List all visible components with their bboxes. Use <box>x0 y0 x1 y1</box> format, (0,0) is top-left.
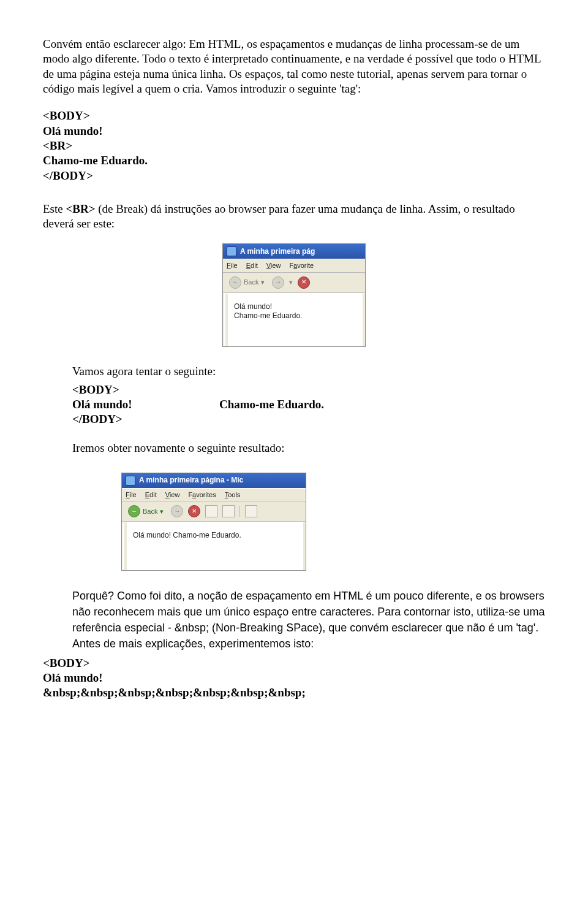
code-line: &nbsp;&nbsp;&nbsp;&nbsp;&nbsp;&nbsp;&nbs… <box>43 685 545 700</box>
code-block-1: <BODY> Olá mundo! <BR> Chamo-me Eduardo.… <box>43 109 545 183</box>
indented-block: Vamos agora tentar o seguinte: <BODY> Ol… <box>72 364 545 652</box>
titlebar: A minha primeira pág <box>223 244 365 259</box>
dropdown-icon: ▾ <box>289 278 293 286</box>
menu-tools[interactable]: Tools <box>225 490 241 499</box>
back-label: Back <box>143 507 157 516</box>
menu-file[interactable]: File <box>227 261 238 270</box>
code-line: </BODY> <box>72 412 545 427</box>
text-span: Este <box>43 202 66 215</box>
menu-view[interactable]: View <box>165 490 180 499</box>
paragraph-why: Porquê? Como foi dito, a noção de espaça… <box>72 588 545 652</box>
paragraph-try-next: Vamos agora tentar o seguinte: <box>72 364 545 379</box>
bold-br: <BR> <box>66 202 95 215</box>
browser-icon <box>126 476 135 486</box>
browser-screenshot-2: A minha primeira página - Mic File Edit … <box>121 473 306 571</box>
code-text: Chamo-me Eduardo. <box>219 397 324 412</box>
refresh-icon[interactable] <box>205 505 217 517</box>
menu-favorites[interactable]: Favorites <box>188 490 216 499</box>
menu-edit[interactable]: Edit <box>145 490 157 499</box>
menubar: File Edit View Favorite <box>223 259 365 272</box>
window-title: A minha primeira página - Mic <box>139 476 243 485</box>
separator <box>239 506 240 517</box>
paragraph-result-again: Iremos obter novamente o seguinte result… <box>72 441 545 455</box>
toolbar: ← Back ▾ → ▾ ✕ <box>223 273 365 293</box>
code-text: Olá mundo! <box>72 397 219 412</box>
back-label: Back <box>244 278 258 286</box>
paragraph-intro: Convém então esclarecer algo: Em HTML, o… <box>43 37 545 96</box>
code-line: <BR> <box>43 139 545 153</box>
code-line: <BODY> <box>43 109 545 123</box>
forward-arrow-icon[interactable]: → <box>171 505 183 517</box>
code-block-2: <BODY> Olá mundo! Chamo-me Eduardo. </BO… <box>72 383 545 427</box>
content-line: Chamo-me Eduardo. <box>234 311 359 321</box>
window-title: A minha primeira pág <box>240 247 315 256</box>
menubar: File Edit View Favorites Tools <box>122 488 306 501</box>
menu-file[interactable]: File <box>126 490 137 499</box>
titlebar: A minha primeira página - Mic <box>122 473 306 488</box>
browser-content: Olá mundo! Chamo-me Eduardo. <box>225 293 365 346</box>
forward-arrow-icon[interactable]: → <box>272 276 284 289</box>
stop-icon[interactable]: ✕ <box>188 505 200 517</box>
toolbar: ← Back ▾ → ✕ <box>122 501 306 522</box>
home-icon[interactable] <box>222 505 235 517</box>
browser-icon <box>227 246 236 256</box>
stop-icon[interactable]: ✕ <box>298 276 310 289</box>
back-arrow-icon: ← <box>128 505 140 517</box>
content-line: Olá mundo! <box>234 302 359 311</box>
menu-favorites[interactable]: Favorite <box>289 261 314 270</box>
code-block-3: <BODY> Olá mundo! &nbsp;&nbsp;&nbsp;&nbs… <box>43 656 545 701</box>
back-arrow-icon: ← <box>229 276 241 289</box>
browser-screenshot-1: A minha primeira pág File Edit View Favo… <box>222 243 366 346</box>
code-line: <BODY> <box>43 656 545 671</box>
code-line: Olá mundo! Chamo-me Eduardo. <box>72 397 545 412</box>
browser-content: Olá mundo! Chamo-me Eduardo. <box>124 522 306 570</box>
code-line: Olá mundo! <box>43 124 545 139</box>
content-line: Olá mundo! Chamo-me Eduardo. <box>133 531 300 540</box>
code-line: </BODY> <box>43 169 545 183</box>
menu-edit[interactable]: Edit <box>246 261 258 270</box>
menu-view[interactable]: View <box>266 261 281 270</box>
paragraph-br-explain: Este <BR> (de Break) dá instruções ao br… <box>43 202 545 232</box>
text-span: (de Break) dá instruções ao browser para… <box>43 202 515 230</box>
back-button[interactable]: ← Back ▾ <box>227 275 267 290</box>
code-line: Olá mundo! <box>43 671 545 685</box>
dropdown-icon: ▾ <box>261 278 265 286</box>
dropdown-icon: ▾ <box>160 507 164 516</box>
search-icon[interactable] <box>245 505 257 517</box>
code-line: Chamo-me Eduardo. <box>43 153 545 168</box>
code-line: <BODY> <box>72 383 545 397</box>
back-button[interactable]: ← Back ▾ <box>126 504 166 519</box>
